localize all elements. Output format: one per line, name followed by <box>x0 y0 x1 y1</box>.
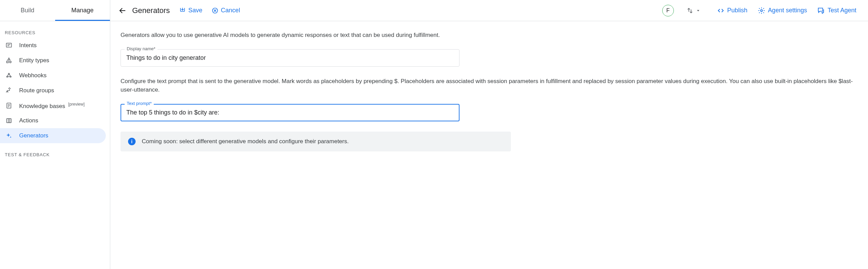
agent-settings-button[interactable]: Agent settings <box>754 5 810 16</box>
display-name-input[interactable] <box>121 49 460 67</box>
sidebar-tabs: Build Manage <box>0 0 110 21</box>
section-header-test-feedback: TEST & FEEDBACK <box>0 143 110 160</box>
display-name-field: Display name* <box>121 49 460 67</box>
columns-icon <box>5 117 13 125</box>
main: Generators Save Cancel F <box>110 0 868 269</box>
preview-badge: [preview] <box>68 102 85 107</box>
sidebar-item-label: Actions <box>19 117 38 124</box>
shapes-icon <box>5 56 13 65</box>
text-prompt-label: Text prompt* <box>125 101 154 106</box>
svg-marker-3 <box>8 58 10 60</box>
sidebar-item-label: Intents <box>19 42 37 49</box>
code-icon <box>717 7 725 14</box>
save-icon <box>179 7 186 14</box>
test-agent-label: Test Agent <box>828 7 856 14</box>
sidebar-item-label: Generators <box>19 132 48 139</box>
topbar: Generators Save Cancel F <box>110 0 868 21</box>
sidebar-item-intents[interactable]: Intents <box>0 38 106 53</box>
sidebar-item-label: Webhooks <box>19 72 47 79</box>
svg-point-6 <box>7 76 8 77</box>
prompt-desc: Configure the text prompt that is sent t… <box>121 77 858 94</box>
arrow-left-icon <box>118 6 127 15</box>
svg-point-7 <box>10 76 11 77</box>
text-prompt-field: Text prompt* <box>121 104 460 121</box>
svg-rect-13 <box>7 119 11 123</box>
gear-icon <box>758 7 765 14</box>
info-icon: i <box>128 138 136 145</box>
svg-point-22 <box>760 10 763 12</box>
intro-text: Generators allow you to use generative A… <box>121 31 858 40</box>
cancel-label: Cancel <box>221 7 240 14</box>
sidebar-item-label: Knowledge bases [preview] <box>19 102 85 110</box>
sidebar-item-actions[interactable]: Actions <box>0 113 106 128</box>
test-agent-button[interactable]: Test Agent <box>814 5 860 16</box>
avatar[interactable]: F <box>662 5 674 16</box>
svg-point-8 <box>8 73 9 74</box>
save-label: Save <box>188 7 202 14</box>
sparkle-icon <box>5 132 13 140</box>
content: Generators allow you to use generative A… <box>110 21 868 161</box>
sort-dropdown[interactable] <box>684 5 704 16</box>
sidebar-item-label: Entity types <box>19 57 49 64</box>
publish-label: Publish <box>727 7 747 14</box>
tab-manage[interactable]: Manage <box>55 0 110 21</box>
info-text: Coming soon: select different generative… <box>142 138 349 145</box>
webhook-icon <box>5 71 13 80</box>
message-icon <box>5 41 13 50</box>
cancel-icon <box>211 7 219 14</box>
display-name-label: Display name* <box>125 46 158 51</box>
sidebar-item-entity-types[interactable]: Entity types <box>0 53 106 68</box>
chevron-down-icon <box>694 7 702 14</box>
route-icon <box>5 86 13 95</box>
sidebar-item-webhooks[interactable]: Webhooks <box>0 68 106 83</box>
svg-point-5 <box>10 61 11 63</box>
sidebar-item-knowledge-bases[interactable]: Knowledge bases [preview] <box>0 98 106 113</box>
publish-button[interactable]: Publish <box>714 5 751 16</box>
tab-build[interactable]: Build <box>0 0 55 21</box>
sidebar-item-label: Route groups <box>19 87 54 94</box>
sidebar-item-route-groups[interactable]: Route groups <box>0 83 106 98</box>
back-button[interactable] <box>116 4 129 17</box>
page-title: Generators <box>132 6 170 15</box>
nav-list-resources: Intents Entity types Webhooks Route grou… <box>0 38 110 143</box>
cancel-button[interactable]: Cancel <box>209 5 243 16</box>
chat-icon <box>817 7 825 14</box>
text-prompt-input[interactable] <box>121 104 460 121</box>
agent-settings-label: Agent settings <box>768 7 807 14</box>
info-banner: i Coming soon: select different generati… <box>121 132 511 151</box>
svg-marker-21 <box>697 10 699 11</box>
section-header-resources: RESOURCES <box>0 21 110 38</box>
document-icon <box>5 102 13 110</box>
save-button[interactable]: Save <box>176 5 205 16</box>
svg-rect-4 <box>7 61 8 63</box>
sidebar-item-generators[interactable]: Generators <box>0 128 106 143</box>
sidebar: Build Manage RESOURCES Intents Entity ty… <box>0 0 110 269</box>
swap-vert-icon <box>686 7 694 14</box>
svg-rect-0 <box>7 43 12 47</box>
